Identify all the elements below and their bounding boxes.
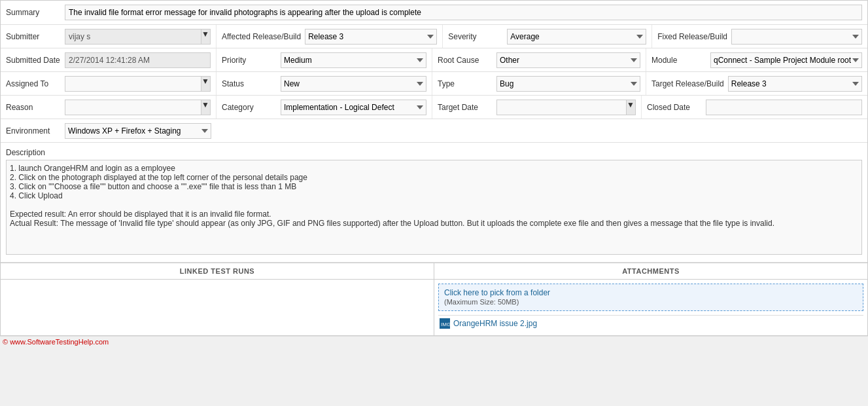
- category-cell: Category Implementation - Logical Defect…: [217, 96, 432, 119]
- module-cell: Module qConnect - Sample Project Module …: [646, 48, 867, 71]
- root-cause-label: Root Cause: [438, 56, 496, 65]
- attachment-file-link[interactable]: OrangeHRM issue 2.jpg: [453, 319, 537, 328]
- submitted-date-label: Submitted Date: [6, 56, 65, 65]
- target-release-cell: Target Release/Build Release 3 Release 2…: [646, 72, 867, 95]
- linked-test-runs-panel: LINKED TEST RUNS: [1, 263, 434, 335]
- submitter-cell: Submitter ▼: [1, 25, 217, 48]
- severity-label: Severity: [448, 32, 507, 41]
- submitter-label: Submitter: [6, 32, 65, 41]
- priority-label: Priority: [222, 56, 281, 65]
- severity-cell: Severity Average Critical High Low: [443, 25, 652, 48]
- attachment-file-item: IMG OrangeHRM issue 2.jpg: [438, 315, 863, 331]
- summary-label: Summary: [6, 8, 65, 17]
- category-select[interactable]: Implementation - Logical Defect Design D…: [281, 100, 426, 115]
- reason-input[interactable]: [65, 100, 201, 115]
- closed-date-cell: Closed Date: [642, 96, 867, 119]
- attachments-header: ATTACHMENTS: [434, 263, 867, 280]
- target-release-label: Target Release/Build: [651, 79, 728, 88]
- pick-folder-link[interactable]: Click here to pick from a folder: [444, 288, 550, 297]
- environment-label: Environment: [6, 126, 65, 136]
- form-row-1: Submitter ▼ Affected Release/Build Relea…: [1, 25, 867, 48]
- form-row-2: Submitted Date Priority Medium High Low …: [1, 48, 867, 72]
- closed-date-label: Closed Date: [647, 103, 706, 112]
- assigned-to-label: Assigned To: [6, 79, 65, 88]
- environment-select[interactable]: Windows XP + Firefox + Staging Windows 7…: [65, 123, 211, 139]
- fixed-release-cell: Fixed Release/Build Release 3 Release 2: [652, 25, 867, 48]
- target-release-select[interactable]: Release 3 Release 2 Release 1: [728, 76, 862, 92]
- attachments-body: Click here to pick from a folder (Maximu…: [434, 280, 867, 335]
- status-select[interactable]: New Open In Progress Resolved Closed: [281, 76, 426, 92]
- linked-test-runs-header: LINKED TEST RUNS: [1, 263, 434, 280]
- submitted-date-cell: Submitted Date: [1, 48, 217, 71]
- footer: © www.SoftwareTestingHelp.com: [0, 336, 868, 347]
- summary-input[interactable]: [65, 5, 862, 20]
- type-select[interactable]: Bug Enhancement Task: [496, 76, 640, 92]
- reason-label: Reason: [6, 103, 65, 112]
- type-label: Type: [438, 79, 496, 88]
- target-date-label: Target Date: [438, 103, 496, 112]
- closed-date-input[interactable]: [706, 100, 862, 115]
- fixed-release-select[interactable]: Release 3 Release 2: [731, 29, 862, 45]
- attachments-panel: ATTACHMENTS Click here to pick from a fo…: [434, 263, 867, 335]
- svg-text:IMG: IMG: [441, 322, 450, 327]
- affected-release-select[interactable]: Release 3 Release 2 Release 1: [305, 29, 437, 45]
- submitted-date-input: [65, 52, 211, 68]
- assigned-to-input[interactable]: [65, 76, 201, 92]
- description-label: Description: [6, 148, 862, 157]
- max-size-text: (Maximum Size: 50MB): [444, 298, 519, 306]
- module-select[interactable]: qConnect - Sample Project Module root: [710, 52, 862, 68]
- affected-release-label: Affected Release/Build: [222, 32, 305, 41]
- reason-dropdown-btn[interactable]: ▼: [201, 100, 211, 115]
- root-cause-select[interactable]: Other Code Error Design Issue Integratio…: [496, 52, 640, 68]
- linked-test-runs-body: [1, 280, 434, 332]
- priority-select[interactable]: Medium High Low Critical: [281, 52, 426, 68]
- target-date-dropdown-btn[interactable]: ▼: [627, 100, 636, 115]
- assigned-to-dropdown-btn[interactable]: ▼: [201, 76, 211, 92]
- assigned-to-cell: Assigned To ▼: [1, 72, 217, 95]
- root-cause-cell: Root Cause Other Code Error Design Issue…: [432, 48, 646, 71]
- reason-cell: Reason ▼: [1, 96, 217, 119]
- bug-form: Summary Submitter ▼ Affected Release/Bui…: [0, 0, 868, 336]
- fixed-release-label: Fixed Release/Build: [657, 32, 731, 41]
- module-label: Module: [651, 56, 710, 65]
- status-label: Status: [222, 79, 281, 88]
- file-icon: IMG: [440, 318, 450, 329]
- target-date-cell: Target Date ▼: [432, 96, 642, 119]
- target-date-input[interactable]: [496, 100, 627, 115]
- environment-cell: Environment Windows XP + Firefox + Stagi…: [1, 119, 217, 142]
- form-row-4: Reason ▼ Category Implementation - Logic…: [1, 96, 867, 119]
- type-cell: Type Bug Enhancement Task: [432, 72, 646, 95]
- submitter-input: [65, 29, 201, 45]
- attachment-pick-area[interactable]: Click here to pick from a folder (Maximu…: [438, 284, 863, 311]
- bottom-section: LINKED TEST RUNS ATTACHMENTS Click here …: [1, 263, 867, 335]
- status-cell: Status New Open In Progress Resolved Clo…: [217, 72, 432, 95]
- description-textarea[interactable]: 1. launch OrangeHRM and login as a emplo…: [6, 160, 862, 255]
- affected-release-cell: Affected Release/Build Release 3 Release…: [217, 25, 443, 48]
- footer-text: © www.SoftwareTestingHelp.com: [3, 338, 109, 346]
- priority-cell: Priority Medium High Low Critical: [217, 48, 432, 71]
- form-row-5: Environment Windows XP + Firefox + Stagi…: [1, 119, 867, 143]
- submitter-dropdown-btn[interactable]: ▼: [201, 29, 211, 45]
- form-row-3: Assigned To ▼ Status New Open In Progres…: [1, 72, 867, 96]
- summary-row: Summary: [1, 1, 867, 25]
- category-label: Category: [222, 103, 281, 112]
- description-section: Description 1. launch OrangeHRM and logi…: [1, 143, 867, 263]
- severity-select[interactable]: Average Critical High Low: [507, 29, 646, 45]
